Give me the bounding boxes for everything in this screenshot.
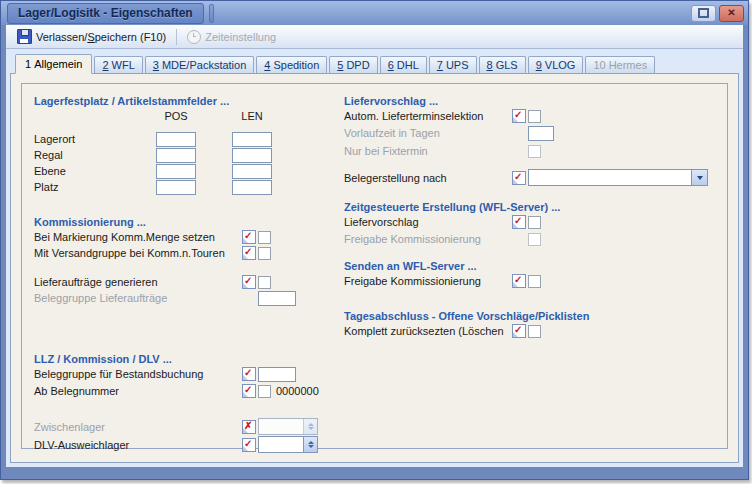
regal-pos-input[interactable] [156, 148, 196, 163]
form-row-lieferauftraege-generieren: Lieferaufträge generieren✓ [34, 274, 336, 290]
tab-wfl[interactable]: 2WFL [94, 56, 142, 73]
platz-pos-input[interactable] [156, 180, 196, 195]
form-row-liefervorschlag: Liefervorschlag✓ [344, 214, 730, 230]
grid-rows: LagerortRegalEbenePlatz [34, 131, 336, 195]
dialog-client-area: Verlassen/Speichern (F10) Zeiteinstellun… [6, 25, 743, 467]
doc-x-icon[interactable]: ✗ [242, 420, 256, 434]
spinner-buttons[interactable] [303, 437, 317, 452]
doc-check-icon[interactable]: ✓ [242, 367, 256, 381]
form-row-belegerstellung-nach: Belegerstellung nach✓ [344, 169, 730, 186]
lagerort-len-input[interactable] [232, 132, 272, 147]
toolbar-separator [176, 29, 177, 45]
section-title: Senden an WFL-Server ... [344, 259, 730, 273]
zeiteinstellung-label: Zeiteinstellung [205, 31, 276, 43]
tab-number: 5 [337, 59, 343, 71]
mit-versandgruppe-bei-komm-n-touren-checkbox[interactable] [258, 247, 271, 260]
freigabe-kommissionierung-checkbox [528, 233, 541, 246]
tab-dhl[interactable]: 6DHL [380, 56, 427, 73]
tab-number: 1 [25, 58, 31, 70]
form-row-vorlaufzeit-in-tagen: Vorlaufzeit in Tagen [344, 125, 730, 141]
doc-check-icon[interactable]: ✓ [242, 384, 256, 398]
doc-check-icon[interactable]: ✓ [242, 438, 256, 452]
form-row-komplett-zuruecksezten-loeschen: Komplett zurücksezten (Löschen✓ [344, 323, 730, 339]
doc-check-icon[interactable]: ✓ [242, 246, 256, 260]
doc-check-icon[interactable]: ✓ [512, 274, 526, 288]
doc-check-icon[interactable]: ✓ [512, 215, 526, 229]
combo-dropdown-button[interactable] [691, 170, 707, 185]
flag-glyph: ✓ [244, 384, 252, 396]
flag-glyph: ✗ [244, 420, 252, 432]
platz-len-input[interactable] [232, 180, 272, 195]
flag-glyph: ✓ [244, 367, 252, 379]
komplett-zuruecksezten-loeschen-label: Komplett zurücksezten (Löschen [344, 325, 512, 337]
regal-len-input[interactable] [232, 148, 272, 163]
tab-mde-packstation[interactable]: 3MDE/Packstation [145, 56, 255, 73]
tab-dpd[interactable]: 5DPD [329, 56, 377, 73]
doc-check-icon[interactable]: ✓ [242, 275, 256, 289]
grid-row-ebene: Ebene [34, 163, 336, 179]
spin-down-icon [308, 445, 314, 448]
ebene-len-input[interactable] [232, 164, 272, 179]
freigabe-kommissionierung-checkbox[interactable] [528, 275, 541, 288]
tab-gls[interactable]: 8GLS [479, 56, 526, 73]
regal-label: Regal [34, 149, 156, 161]
icon-slot: ✓ [242, 275, 258, 289]
grid-column-headers: POSLEN [34, 109, 336, 123]
liefervorschlag-label: Liefervorschlag [344, 216, 512, 228]
beleggruppe-lieferauftraege-label: Beleggruppe Lieferaufträge [34, 292, 242, 304]
flag-glyph: ✓ [514, 324, 522, 336]
nur-bei-fixtermin-label: Nur bei Fixtermin [344, 145, 512, 157]
belegerstellung-nach-label: Belegerstellung nach [344, 172, 512, 184]
toolbar: Verlassen/Speichern (F10) Zeiteinstellun… [6, 25, 743, 49]
save-exit-button[interactable]: Verlassen/Speichern (F10) [10, 27, 173, 46]
beleggruppe-fuer-bestandsbuchung-input[interactable] [258, 367, 296, 382]
section-title: Liefervorschlag ... [344, 94, 730, 108]
zeiteinstellung-button: Zeiteinstellung [180, 28, 283, 46]
doc-check-icon[interactable]: ✓ [512, 109, 526, 123]
save-floppy-icon [17, 29, 32, 44]
nur-bei-fixtermin-checkbox [528, 145, 541, 158]
tab-label: Hermes [609, 59, 648, 71]
vorlaufzeit-in-tagen-input[interactable] [528, 126, 554, 141]
tab-spedition[interactable]: 4Spedition [256, 56, 327, 73]
lieferauftraege-generieren-checkbox[interactable] [258, 276, 271, 289]
dlv-ausweichlager-label: DLV-Ausweichlager [34, 439, 242, 451]
tab-number: 4 [264, 59, 270, 71]
clock-icon [187, 30, 201, 44]
lagerort-pos-input[interactable] [156, 132, 196, 147]
tab-ups[interactable]: 7UPS [429, 56, 477, 73]
bei-markierung-komm-menge-setzen-checkbox[interactable] [258, 231, 271, 244]
form-row-zwischenlager: Zwischenlager✗ [34, 418, 336, 435]
tab-number: 3 [153, 59, 159, 71]
right-column: Liefervorschlag ...Autom. Lieferterminse… [344, 94, 730, 339]
icon-slot: ✓ [242, 367, 258, 381]
icon-slot: ✗ [242, 420, 258, 434]
liefervorschlag-checkbox[interactable] [528, 216, 541, 229]
section-title: Zeitgesteuerte Erstellung (WFL-Server) .… [344, 200, 730, 214]
tab-vlog[interactable]: 9VLOG [528, 56, 584, 73]
beleggruppe-lieferauftraege-input[interactable] [258, 291, 296, 306]
tab-number: 8 [487, 59, 493, 71]
tab-label: GLS [496, 59, 518, 71]
belegerstellung-nach-combo-select[interactable] [528, 169, 708, 186]
restore-icon [698, 8, 709, 18]
tab-label: MDE/Packstation [162, 59, 246, 71]
tab-allgemein[interactable]: 1Allgemein [15, 54, 92, 74]
platz-label: Platz [34, 181, 156, 193]
ab-belegnummer-checkbox[interactable] [258, 385, 271, 398]
tab-number: 7 [437, 59, 443, 71]
restore-button[interactable] [691, 5, 716, 22]
autom-lieferterminselektion-checkbox[interactable] [528, 110, 541, 123]
window-title: Lager/Logisitk - Eigenschaften [7, 3, 204, 24]
tab-label: DHL [397, 59, 419, 71]
komplett-zuruecksezten-loeschen-checkbox[interactable] [528, 325, 541, 338]
save-exit-label: Verlassen/Speichern (F10) [36, 31, 166, 43]
doc-check-icon[interactable]: ✓ [242, 230, 256, 244]
flag-glyph: ✓ [244, 230, 252, 242]
tab-label: WFL [112, 59, 135, 71]
doc-check-icon[interactable]: ✓ [512, 171, 526, 185]
dlv-ausweichlager-spinner-field[interactable] [258, 436, 318, 453]
doc-check-icon[interactable]: ✓ [512, 324, 526, 338]
close-button[interactable]: ✕ [719, 5, 744, 22]
ebene-pos-input[interactable] [156, 164, 196, 179]
